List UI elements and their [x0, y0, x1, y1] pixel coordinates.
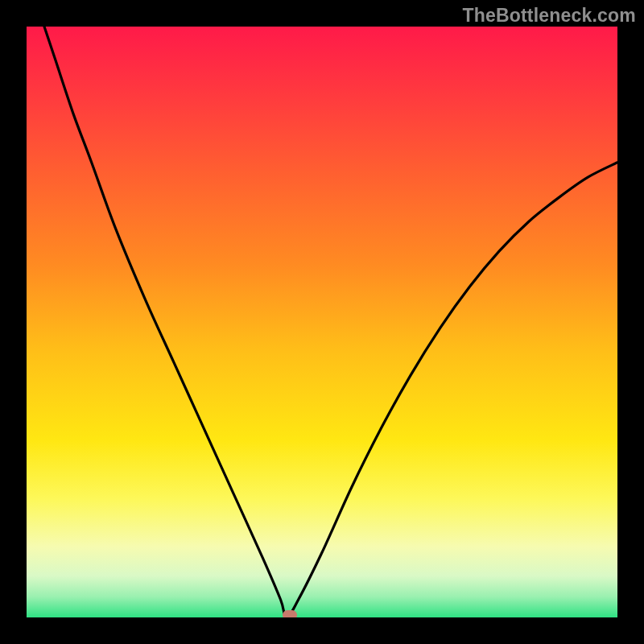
- minimum-marker: [283, 610, 297, 617]
- bottleneck-curve-chart: [27, 27, 617, 617]
- gradient-background: [27, 27, 617, 617]
- plot-area: [27, 27, 617, 617]
- chart-frame: { "watermark": "TheBottleneck.com", "col…: [0, 0, 644, 644]
- watermark-text: TheBottleneck.com: [462, 5, 636, 27]
